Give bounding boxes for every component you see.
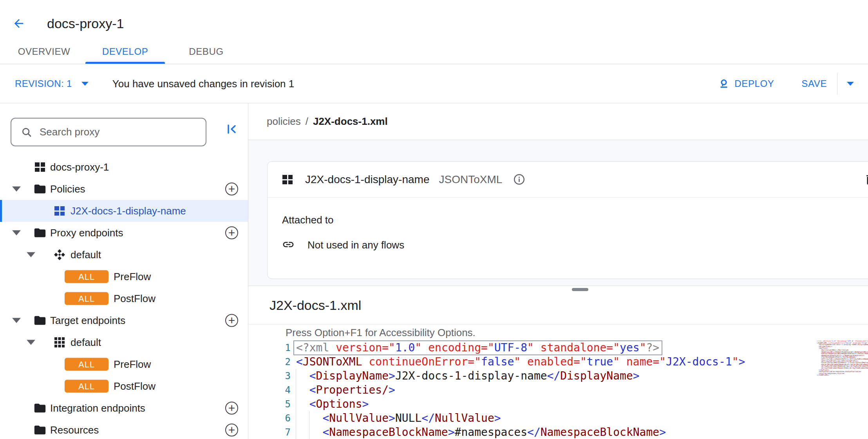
tree-item-policy-j2x[interactable]: J2X-docs-1-display-name (0, 200, 248, 222)
editor-title-divider (248, 324, 868, 325)
tree-item-label: J2X-docs-1-display-name (71, 205, 186, 217)
editor-minimap[interactable]: <?xml version="1.0" encoding="UTF-8" sta… (817, 340, 868, 376)
tree-item-label: Integration endpoints (50, 402, 145, 414)
xml-code-editor[interactable]: 1234567891011121314151617181920 <?xml ve… (248, 340, 868, 439)
folder-icon (33, 423, 47, 437)
folder-icon (33, 182, 47, 196)
add-target-endpoint-button[interactable]: + (225, 314, 238, 327)
add-resource-button[interactable]: + (225, 424, 238, 437)
search-icon (21, 126, 33, 138)
search-box[interactable] (11, 118, 206, 146)
tree-item-label: Policies (50, 183, 85, 195)
tab-debug[interactable]: DEBUG (166, 39, 247, 64)
deploy-label: DEPLOY (734, 78, 774, 89)
condition-badge: ALL (65, 380, 108, 393)
tree-item-postflow[interactable]: ALL PostFlow (0, 288, 248, 309)
policy-name: J2X-docs-1-display-name (305, 173, 429, 186)
tree-item-target-endpoints[interactable]: Target endpoints + (0, 309, 248, 331)
breadcrumb-file: J2X-docs-1.xml (313, 115, 388, 128)
revision-label: REVISION: 1 (15, 78, 72, 89)
tree-item-label: default (71, 249, 101, 261)
editor-file-title: J2X-docs-1.xml (269, 298, 361, 313)
info-icon[interactable] (513, 173, 525, 185)
tree-item-label: default (71, 336, 101, 349)
policy-icon (282, 174, 293, 185)
editor-main-panel: policies / J2X-docs-1.xml J2X-docs-1-dis… (248, 103, 868, 439)
folder-icon (33, 314, 47, 327)
tab-bar: OVERVIEW DEVELOP DEBUG (0, 39, 868, 64)
tree-item-label: Target endpoints (50, 315, 125, 327)
policy-detail-panel: J2X-docs-1-display-name JSONToXML Attach… (248, 140, 868, 286)
folder-icon (33, 401, 47, 415)
add-proxy-endpoint-button[interactable]: + (225, 227, 238, 239)
add-integration-endpoint-button[interactable]: + (225, 402, 238, 415)
proxy-icon (33, 160, 47, 174)
code-content[interactable]: <?xml version="1.0" encoding="UTF-8" sta… (296, 341, 745, 439)
save-button[interactable]: SAVE (801, 78, 827, 89)
flow-label: PostFlow (114, 380, 156, 392)
deploy-icon (719, 79, 729, 89)
expand-arrow-icon[interactable] (12, 187, 21, 192)
unsaved-changes-message: You have unsaved changes in revision 1 (112, 78, 294, 90)
tree-item-label: Resources (50, 424, 99, 436)
chevron-down-icon (81, 82, 89, 86)
proxy-explorer-sidebar: docs-proxy-1 Policies + J2X-docs-1-displ… (0, 103, 248, 439)
tab-overview[interactable]: OVERVIEW (4, 39, 85, 64)
tree-item-proxy-root[interactable]: docs-proxy-1 (0, 156, 248, 178)
tree-item-target-endpoint-default[interactable]: default (0, 331, 248, 353)
tree-item-label: Proxy endpoints (50, 227, 123, 239)
app-header: docs-proxy-1 (0, 0, 868, 39)
expand-arrow-icon[interactable] (27, 252, 35, 257)
page-title: docs-proxy-1 (47, 16, 124, 31)
flow-label: PreFlow (114, 358, 151, 371)
condition-badge: ALL (65, 358, 108, 371)
breadcrumb-section[interactable]: policies (267, 115, 301, 128)
collapse-panel-icon[interactable] (226, 123, 238, 135)
breadcrumb: policies / J2X-docs-1.xml (248, 103, 868, 140)
expand-arrow-icon[interactable] (12, 318, 21, 323)
line-number-gutter: 1234567891011121314151617181920 (248, 341, 291, 439)
resize-handle[interactable] (572, 288, 588, 291)
tree-item-proxy-endpoints[interactable]: Proxy endpoints + (0, 222, 248, 244)
save-menu-caret-icon[interactable] (847, 82, 854, 86)
attached-to-label: Attached to (282, 214, 334, 226)
revision-selector[interactable]: REVISION: 1 (15, 78, 89, 89)
policy-type: JSONToXML (439, 173, 502, 186)
link-icon (282, 238, 295, 251)
flow-label: PreFlow (114, 271, 151, 283)
tree-item-postflow[interactable]: ALL PostFlow (0, 375, 248, 397)
search-input[interactable] (40, 126, 196, 138)
tree-item-label: docs-proxy-1 (50, 161, 109, 173)
folder-icon (33, 226, 47, 239)
endpoint-flow-icon (53, 248, 66, 261)
condition-badge: ALL (65, 292, 108, 305)
revision-bar: REVISION: 1 You have unsaved changes in … (0, 65, 868, 103)
breadcrumb-separator: / (306, 115, 308, 128)
tab-develop[interactable]: DEVELOP (85, 39, 166, 64)
tree-item-preflow[interactable]: ALL PreFlow (0, 353, 248, 375)
deploy-button[interactable]: DEPLOY (719, 78, 774, 89)
tree-item-proxy-endpoint-default[interactable]: default (0, 244, 248, 266)
save-label: SAVE (801, 78, 827, 89)
add-policy-button[interactable]: + (225, 183, 238, 196)
policy-icon (53, 204, 66, 218)
accessibility-hint: Press Option+F1 for Accessibility Option… (286, 327, 476, 339)
indent-guide (296, 369, 296, 439)
tree-item-policies[interactable]: Policies + (0, 178, 248, 200)
expand-arrow-icon[interactable] (27, 340, 35, 345)
indent-guide (309, 411, 309, 439)
panel-divider (248, 286, 868, 286)
expand-arrow-icon[interactable] (12, 230, 21, 236)
tree-item-preflow[interactable]: ALL PreFlow (0, 266, 248, 288)
button-divider (837, 73, 837, 95)
tree-item-resources[interactable]: Resources + (0, 419, 248, 439)
policy-card: J2X-docs-1-display-name JSONToXML Attach… (267, 161, 868, 279)
usage-status-text: Not used in any flows (307, 239, 404, 251)
tree-item-integration-endpoints[interactable]: Integration endpoints + (0, 397, 248, 419)
back-arrow-icon[interactable] (12, 17, 25, 30)
delete-icon[interactable] (864, 173, 868, 187)
policy-card-header: J2X-docs-1-display-name JSONToXML (268, 162, 868, 198)
target-grid-icon (53, 336, 66, 349)
proxy-tree: docs-proxy-1 Policies + J2X-docs-1-displ… (0, 156, 248, 439)
flow-label: PostFlow (114, 293, 156, 305)
